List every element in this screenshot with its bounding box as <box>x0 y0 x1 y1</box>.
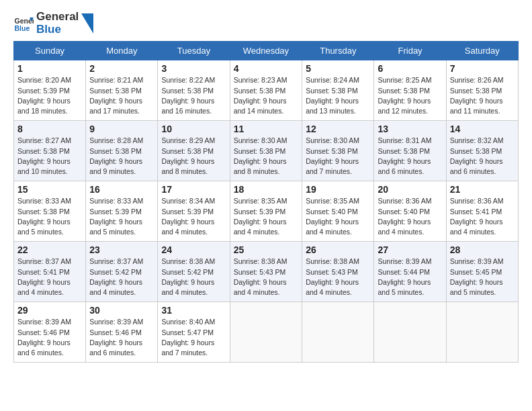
day-info: Sunrise: 8:34 AMSunset: 5:39 PMDaylight:… <box>161 196 226 237</box>
calendar-day-cell: 23Sunrise: 8:37 AMSunset: 5:42 PMDayligh… <box>86 242 158 302</box>
calendar-day-cell: 17Sunrise: 8:34 AMSunset: 5:39 PMDayligh… <box>158 181 230 242</box>
day-info: Sunrise: 8:32 AMSunset: 5:38 PMDaylight:… <box>450 136 515 177</box>
svg-text:Blue: Blue <box>15 24 30 32</box>
calendar-day-cell: 16Sunrise: 8:33 AMSunset: 5:39 PMDayligh… <box>86 181 158 242</box>
page-header: General Blue General Blue <box>13 11 519 36</box>
calendar-week-row: 8Sunrise: 8:27 AMSunset: 5:38 PMDaylight… <box>14 121 519 181</box>
calendar-day-cell: 8Sunrise: 8:27 AMSunset: 5:38 PMDaylight… <box>14 121 86 181</box>
day-info: Sunrise: 8:37 AMSunset: 5:41 PMDaylight:… <box>17 257 82 298</box>
calendar-day-cell: 11Sunrise: 8:30 AMSunset: 5:38 PMDayligh… <box>230 121 302 181</box>
logo-icon: General Blue <box>13 13 34 34</box>
day-info: Sunrise: 8:30 AMSunset: 5:38 PMDaylight:… <box>306 136 370 177</box>
calendar-day-cell: 5Sunrise: 8:24 AMSunset: 5:38 PMDaylight… <box>302 60 374 121</box>
day-number: 7 <box>450 63 515 74</box>
calendar-day-cell: 27Sunrise: 8:39 AMSunset: 5:44 PMDayligh… <box>374 242 446 302</box>
calendar-day-cell: 29Sunrise: 8:39 AMSunset: 5:46 PMDayligh… <box>14 302 86 363</box>
calendar-day-cell: 22Sunrise: 8:37 AMSunset: 5:41 PMDayligh… <box>14 242 86 302</box>
calendar-day-cell: 31Sunrise: 8:40 AMSunset: 5:47 PMDayligh… <box>158 302 230 363</box>
day-number: 1 <box>17 63 82 74</box>
day-info: Sunrise: 8:21 AMSunset: 5:38 PMDaylight:… <box>89 75 154 116</box>
day-info: Sunrise: 8:35 AMSunset: 5:39 PMDaylight:… <box>234 196 299 237</box>
calendar-header-row: SundayMondayTuesdayWednesdayThursdayFrid… <box>14 42 519 60</box>
calendar-table: SundayMondayTuesdayWednesdayThursdayFrid… <box>13 41 519 363</box>
calendar-day-cell: 2Sunrise: 8:21 AMSunset: 5:38 PMDaylight… <box>86 60 158 121</box>
weekday-header: Monday <box>86 42 158 60</box>
day-info: Sunrise: 8:30 AMSunset: 5:38 PMDaylight:… <box>234 136 299 177</box>
logo-wordmark: General Blue <box>36 11 79 36</box>
day-info: Sunrise: 8:33 AMSunset: 5:38 PMDaylight:… <box>17 196 82 237</box>
calendar-day-cell: 14Sunrise: 8:32 AMSunset: 5:38 PMDayligh… <box>446 121 518 181</box>
day-info: Sunrise: 8:40 AMSunset: 5:47 PMDaylight:… <box>161 317 226 358</box>
day-info: Sunrise: 8:22 AMSunset: 5:38 PMDaylight:… <box>161 75 226 116</box>
day-number: 13 <box>378 124 442 134</box>
day-number: 24 <box>161 244 226 255</box>
day-info: Sunrise: 8:37 AMSunset: 5:42 PMDaylight:… <box>89 257 154 298</box>
day-info: Sunrise: 8:20 AMSunset: 5:39 PMDaylight:… <box>17 75 82 116</box>
day-number: 3 <box>161 63 226 74</box>
day-number: 10 <box>161 124 226 134</box>
day-info: Sunrise: 8:38 AMSunset: 5:42 PMDaylight:… <box>161 257 226 298</box>
day-number: 18 <box>234 184 299 195</box>
weekday-header: Sunday <box>14 42 86 60</box>
weekday-header: Tuesday <box>158 42 230 60</box>
day-number: 25 <box>234 244 299 255</box>
calendar-day-cell: 1Sunrise: 8:20 AMSunset: 5:39 PMDaylight… <box>14 60 86 121</box>
day-number: 23 <box>89 244 154 255</box>
day-number: 11 <box>234 124 299 134</box>
calendar-day-cell <box>230 302 302 363</box>
calendar-day-cell: 13Sunrise: 8:31 AMSunset: 5:38 PMDayligh… <box>374 121 446 181</box>
day-number: 4 <box>234 63 299 74</box>
calendar-week-row: 1Sunrise: 8:20 AMSunset: 5:39 PMDaylight… <box>14 60 519 121</box>
calendar-day-cell: 26Sunrise: 8:38 AMSunset: 5:43 PMDayligh… <box>302 242 374 302</box>
calendar-day-cell <box>374 302 446 363</box>
calendar-day-cell: 18Sunrise: 8:35 AMSunset: 5:39 PMDayligh… <box>230 181 302 242</box>
calendar-day-cell: 28Sunrise: 8:39 AMSunset: 5:45 PMDayligh… <box>446 242 518 302</box>
weekday-header: Saturday <box>446 42 518 60</box>
day-number: 27 <box>378 244 442 255</box>
calendar-day-cell: 3Sunrise: 8:22 AMSunset: 5:38 PMDaylight… <box>158 60 230 121</box>
day-info: Sunrise: 8:26 AMSunset: 5:38 PMDaylight:… <box>450 75 515 116</box>
day-number: 21 <box>450 184 515 195</box>
svg-marker-3 <box>81 13 93 34</box>
calendar-day-cell: 19Sunrise: 8:35 AMSunset: 5:40 PMDayligh… <box>302 181 374 242</box>
day-number: 15 <box>17 184 82 195</box>
day-info: Sunrise: 8:38 AMSunset: 5:43 PMDaylight:… <box>234 257 299 298</box>
day-number: 29 <box>17 305 82 316</box>
calendar-day-cell: 15Sunrise: 8:33 AMSunset: 5:38 PMDayligh… <box>14 181 86 242</box>
calendar-week-row: 22Sunrise: 8:37 AMSunset: 5:41 PMDayligh… <box>14 242 519 302</box>
weekday-header: Wednesday <box>230 42 302 60</box>
calendar-week-row: 29Sunrise: 8:39 AMSunset: 5:46 PMDayligh… <box>14 302 519 363</box>
logo-arrow-icon <box>81 13 93 34</box>
day-number: 14 <box>450 124 515 134</box>
day-info: Sunrise: 8:23 AMSunset: 5:38 PMDaylight:… <box>234 75 299 116</box>
day-number: 16 <box>89 184 154 195</box>
day-info: Sunrise: 8:38 AMSunset: 5:43 PMDaylight:… <box>306 257 370 298</box>
day-number: 19 <box>306 184 370 195</box>
weekday-header: Thursday <box>302 42 374 60</box>
day-info: Sunrise: 8:25 AMSunset: 5:38 PMDaylight:… <box>378 75 442 116</box>
day-info: Sunrise: 8:27 AMSunset: 5:38 PMDaylight:… <box>17 136 82 177</box>
calendar-day-cell: 6Sunrise: 8:25 AMSunset: 5:38 PMDaylight… <box>374 60 446 121</box>
logo: General Blue General Blue <box>13 11 93 36</box>
day-number: 5 <box>306 63 370 74</box>
day-number: 22 <box>17 244 82 255</box>
calendar-day-cell: 4Sunrise: 8:23 AMSunset: 5:38 PMDaylight… <box>230 60 302 121</box>
calendar-day-cell: 25Sunrise: 8:38 AMSunset: 5:43 PMDayligh… <box>230 242 302 302</box>
calendar-day-cell: 10Sunrise: 8:29 AMSunset: 5:38 PMDayligh… <box>158 121 230 181</box>
day-number: 2 <box>89 63 154 74</box>
weekday-header: Friday <box>374 42 446 60</box>
calendar-day-cell: 21Sunrise: 8:36 AMSunset: 5:41 PMDayligh… <box>446 181 518 242</box>
day-number: 30 <box>89 305 154 316</box>
day-info: Sunrise: 8:39 AMSunset: 5:46 PMDaylight:… <box>89 317 154 358</box>
calendar-week-row: 15Sunrise: 8:33 AMSunset: 5:38 PMDayligh… <box>14 181 519 242</box>
day-number: 20 <box>378 184 442 195</box>
calendar-day-cell <box>302 302 374 363</box>
calendar-day-cell: 30Sunrise: 8:39 AMSunset: 5:46 PMDayligh… <box>86 302 158 363</box>
calendar-day-cell: 20Sunrise: 8:36 AMSunset: 5:40 PMDayligh… <box>374 181 446 242</box>
calendar-day-cell: 24Sunrise: 8:38 AMSunset: 5:42 PMDayligh… <box>158 242 230 302</box>
calendar-day-cell: 7Sunrise: 8:26 AMSunset: 5:38 PMDaylight… <box>446 60 518 121</box>
day-info: Sunrise: 8:36 AMSunset: 5:41 PMDaylight:… <box>450 196 515 237</box>
day-number: 9 <box>89 124 154 134</box>
calendar-day-cell: 12Sunrise: 8:30 AMSunset: 5:38 PMDayligh… <box>302 121 374 181</box>
day-number: 28 <box>450 244 515 255</box>
